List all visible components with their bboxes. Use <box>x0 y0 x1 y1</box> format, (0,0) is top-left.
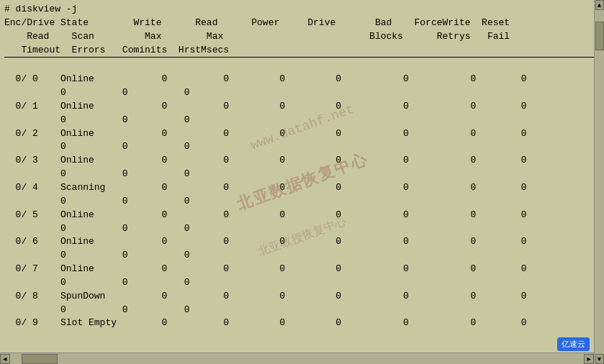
row-0-2: 0/ 2 Online 0 0 0 0 0 0 0 0 0 0 <box>4 128 527 153</box>
header-line2: Read Scan Max Max Blocks Retrys Fail <box>4 31 510 42</box>
scroll-left-button[interactable]: ◄ <box>0 354 10 364</box>
terminal-content: # diskview -j Enc/Drive State Write Read… <box>4 3 600 330</box>
command-line: # diskview -j <box>4 4 77 14</box>
row-0-9: 0/ 9 Slot Empty 0 0 0 0 0 0 0 <box>4 317 527 328</box>
logo-badge: 亿速云 <box>557 337 590 351</box>
scroll-up-button[interactable]: ▲ <box>595 0 604 10</box>
row-0-0: 0/ 0 Online 0 0 0 0 0 0 0 0 0 0 <box>4 73 527 98</box>
scroll-down-button[interactable]: ▼ <box>595 354 604 364</box>
row-0-5: 0/ 5 Online 0 0 0 0 0 0 0 0 0 0 <box>4 209 527 234</box>
vertical-scrollbar[interactable]: ▲ ▼ <box>594 0 604 364</box>
row-0-6: 0/ 6 Online 0 0 0 0 0 0 0 0 0 0 <box>4 236 527 260</box>
row-0-7: 0/ 7 Online 0 0 0 0 0 0 0 0 0 0 <box>4 263 527 288</box>
scroll-right-button[interactable]: ► <box>584 354 594 364</box>
horizontal-scrollbar[interactable]: ◄ ► <box>0 352 594 364</box>
row-0-4: 0/ 4 Scanning 0 0 0 0 0 0 0 0 0 0 <box>4 182 527 206</box>
row-0-3: 0/ 3 Online 0 0 0 0 0 0 0 0 0 0 <box>4 155 527 179</box>
header-line3: Timeout Errors Cominits HrstMsecs <box>4 45 229 55</box>
scroll-horiz-thumb[interactable] <box>22 354 58 364</box>
row-0-8: 0/ 8 SpunDown 0 0 0 0 0 0 0 0 0 0 <box>4 291 527 315</box>
row-0-1: 0/ 1 Online 0 0 0 0 0 0 0 0 0 0 <box>4 101 527 125</box>
terminal-window: 北亚数据恢复中心 www.datahf.net 北亚教授恢复中心 # diskv… <box>0 0 604 364</box>
scroll-thumb[interactable] <box>595 22 604 50</box>
header-line1: Enc/Drive State Write Read Power Drive B… <box>4 17 510 28</box>
header-separator <box>4 57 600 58</box>
